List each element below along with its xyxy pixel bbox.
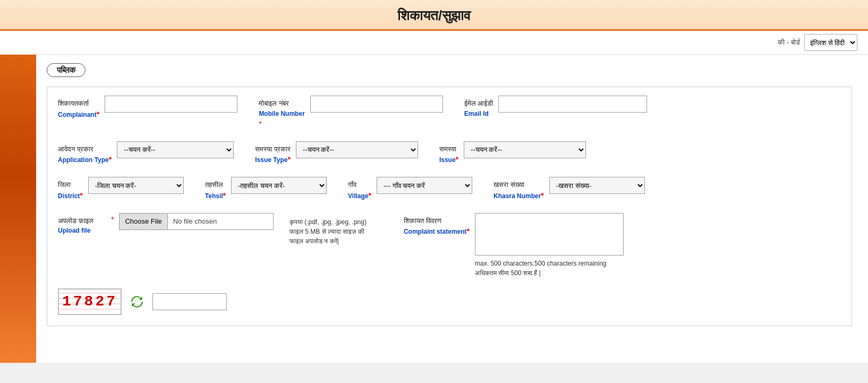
issuetype-english-label: Issue Type*	[255, 154, 291, 165]
complaint-statement-wrapper: max. 500 characters.500 characters remai…	[475, 213, 624, 277]
label-district: जिला District*	[58, 177, 83, 201]
captcha-box: 17827	[58, 288, 122, 315]
row-types: आवेदन प्रकार Application Type* --चयन करे…	[58, 141, 841, 166]
field-village: गाँव Village* --- गाँव चयन करें	[348, 177, 472, 201]
village-hindi-label: गाँव	[348, 180, 371, 190]
label-complainant: शिकायतकर्ता Complainant*	[58, 96, 99, 120]
main-wrapper: पब्लिक शिकायतकर्ता Complainant*	[0, 55, 868, 363]
field-issue-type: समस्या प्रकार Issue Type* --चयन करें--	[255, 141, 418, 166]
complaint-hindi-label: शिकायत विवरण	[404, 216, 470, 226]
keyboard-label: की - बोर्ड	[778, 38, 800, 47]
khasra-hindi-label: खसरा संख्या	[493, 180, 544, 190]
label-mobile: मोबाइल नंबर Mobile Number *	[259, 96, 305, 130]
file-hint: कृपया (.pdf, .jpg, .jpeg, .png) फाइल 5 M…	[290, 215, 367, 246]
district-select[interactable]: -जिला चयन करें-	[88, 177, 184, 194]
field-application-type: आवेदन प्रकार Application Type* --चयन करे…	[58, 141, 234, 166]
issue-english-label: Issue*	[439, 154, 458, 165]
field-complaint-statement: शिकायत विवरण Complaint statement* max. 5…	[404, 213, 624, 277]
tehsil-hindi-label: तहसील	[205, 180, 226, 190]
label-village: गाँव Village*	[348, 177, 371, 201]
label-upload: अपलोड फ़ाइल Upload file	[58, 213, 106, 236]
khasra-english-label: Khasra Number*	[493, 190, 544, 201]
email-input[interactable]	[498, 96, 647, 113]
email-hindi-label: ईमेल आईडी	[464, 98, 493, 109]
email-english-label: Email Id	[464, 109, 493, 118]
row-complainant-mobile-email: शिकायतकर्ता Complainant* मोबाइल नंबर Mob…	[58, 96, 841, 130]
field-issue: समस्या Issue* --चयन करें--	[439, 141, 586, 166]
choose-file-button[interactable]: Choose File	[119, 213, 167, 230]
row-upload-complaint: अपलोड फ़ाइल Upload file * Choose File No…	[58, 213, 841, 277]
issue-hindi-label: समस्या	[439, 144, 458, 155]
complainant-hindi-label: शिकायतकर्ता	[58, 98, 99, 109]
mobile-english-label: Mobile Number	[259, 109, 305, 118]
label-issue: समस्या Issue*	[439, 141, 458, 166]
char-count-line2: अधिकतम सीमा 500 शब्द हैं |	[475, 269, 624, 277]
issue-type-select[interactable]: --चयन करें--	[296, 141, 418, 158]
field-email: ईमेल आईडी Email Id	[464, 96, 648, 118]
complaint-english-label: Complaint statement*	[404, 226, 470, 237]
upload-hindi-label: अपलोड फ़ाइल	[58, 216, 106, 226]
complainant-english-label: Complainant*	[58, 109, 99, 120]
district-english-label: District*	[58, 190, 83, 201]
language-select[interactable]: इंग्लिश से हिंदी	[804, 34, 857, 51]
upload-english-label: Upload file	[58, 226, 106, 235]
file-input-wrapper: Choose File No file chosen	[119, 213, 273, 230]
complainant-input[interactable]	[105, 96, 237, 113]
field-mobile: मोबाइल नंबर Mobile Number *	[259, 96, 443, 130]
label-application-type: आवेदन प्रकार Application Type*	[58, 141, 112, 166]
form-container: पब्लिक शिकायतकर्ता Complainant*	[36, 55, 868, 363]
label-issue-type: समस्या प्रकार Issue Type*	[255, 141, 291, 166]
village-english-label: Village*	[348, 190, 371, 201]
label-email: ईमेल आईडी Email Id	[464, 96, 493, 118]
village-select[interactable]: --- गाँव चयन करें	[377, 177, 472, 194]
tehsil-english-label: Tehsil*	[205, 190, 226, 201]
application-type-select[interactable]: --चयन करें--	[117, 141, 234, 158]
mobile-required: *	[259, 120, 261, 128]
field-tehsil: तहसील Tehsil* -तहसील चयन करें-	[205, 177, 327, 201]
label-tehsil: तहसील Tehsil*	[205, 177, 226, 201]
apptype-hindi-label: आवेदन प्रकार	[58, 144, 112, 155]
captcha-row: 17827	[58, 288, 841, 315]
captcha-refresh-button[interactable]	[129, 294, 145, 310]
complaint-statement-textarea[interactable]	[475, 213, 624, 256]
tehsil-select[interactable]: -तहसील चयन करें-	[231, 177, 327, 194]
complainant-required: *	[97, 110, 99, 118]
public-badge: पब्लिक	[47, 63, 86, 77]
form-body: शिकायतकर्ता Complainant* मोबाइल नंबर Mob…	[47, 87, 852, 326]
char-count-line1: max. 500 characters.500 characters remai…	[475, 260, 624, 267]
top-bar: की - बोर्ड इंग्लिश से हिंदी	[0, 31, 868, 55]
label-complaint-statement: शिकायत विवरण Complaint statement*	[404, 213, 470, 237]
label-khasra: खसरा संख्या Khasra Number*	[493, 177, 544, 201]
issuetype-hindi-label: समस्या प्रकार	[255, 144, 291, 155]
file-name-display: No file chosen	[167, 213, 274, 230]
khasra-select[interactable]: -खसरा संख्या-	[549, 177, 645, 194]
field-khasra: खसरा संख्या Khasra Number* -खसरा संख्या-	[493, 177, 645, 201]
page-title: शिकायत/सुझाव	[0, 7, 868, 24]
apptype-english-label: Application Type*	[58, 154, 112, 165]
field-district: जिला District* -जिला चयन करें-	[58, 177, 184, 201]
issue-select[interactable]: --चयन करें--	[464, 141, 586, 158]
captcha-input[interactable]	[152, 293, 227, 310]
left-bar	[0, 55, 36, 363]
page-header: शिकायत/सुझाव	[0, 0, 868, 31]
row-location: जिला District* -जिला चयन करें- तहसील	[58, 177, 841, 201]
mobile-input[interactable]	[310, 96, 443, 113]
field-upload: अपलोड फ़ाइल Upload file * Choose File No…	[58, 213, 274, 236]
field-complainant: शिकायतकर्ता Complainant*	[58, 96, 237, 120]
captcha-text: 17827	[62, 293, 117, 310]
district-hindi-label: जिला	[58, 180, 83, 190]
upload-required: *	[111, 213, 114, 224]
mobile-hindi-label: मोबाइल नंबर	[259, 98, 305, 109]
